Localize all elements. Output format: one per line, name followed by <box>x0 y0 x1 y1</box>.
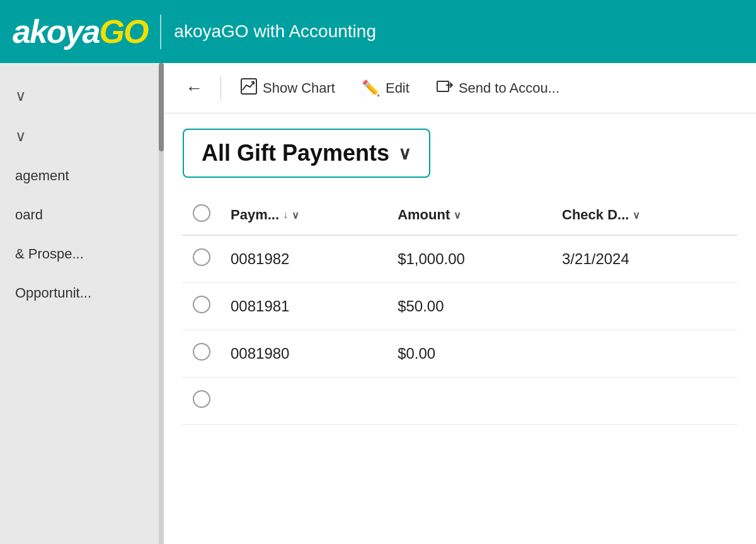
th-check-date-label: Check D... <box>562 207 629 223</box>
table-row: 0081980 $0.00 <box>183 330 737 378</box>
sidebar-item-prospects-label: & Prospe... <box>15 246 84 262</box>
edit-icon: ✏️ <box>362 79 381 97</box>
title-dropdown[interactable]: All Gift Payments ∨ <box>183 129 430 178</box>
row-4-checkbox-cell <box>183 378 220 425</box>
sidebar-scrollbar[interactable] <box>159 63 164 544</box>
toolbar-divider-1 <box>220 76 221 101</box>
row-3-check-date <box>552 330 737 378</box>
sidebar-item-board-label: oard <box>15 207 43 223</box>
sidebar-item-board[interactable]: oard <box>0 195 164 234</box>
table-row: 0081981 $50.00 <box>183 283 737 330</box>
row-4-amount <box>387 378 552 425</box>
check-date-filter-icon[interactable]: ∨ <box>633 209 640 221</box>
row-4-payment <box>220 378 387 425</box>
row-3-checkbox-cell <box>183 330 220 378</box>
logo-akoya: akoya <box>13 13 99 50</box>
main-layout: ∨ ∨ agement oard & Prospe... Opportunit.… <box>0 63 756 544</box>
th-payment-sort[interactable]: Paym... ↓ ∨ <box>231 207 377 223</box>
amount-filter-icon[interactable]: ∨ <box>454 209 461 221</box>
row-1-check-date: 3/21/2024 <box>552 235 737 283</box>
row-1-checkbox-cell <box>183 235 220 283</box>
th-checkbox <box>183 195 220 235</box>
payment-filter-icon[interactable]: ∨ <box>292 209 299 221</box>
th-payment: Paym... ↓ ∨ <box>220 195 387 235</box>
sort-down-icon: ↓ <box>283 209 288 221</box>
sidebar-scrollbar-thumb <box>159 63 164 151</box>
th-check-date-sort[interactable]: Check D... ∨ <box>562 207 727 223</box>
th-amount-label: Amount <box>398 207 450 223</box>
row-1-amount: $1,000.00 <box>387 235 552 283</box>
sidebar: ∨ ∨ agement oard & Prospe... Opportunit.… <box>0 63 164 544</box>
row-1-payment[interactable]: 0081982 <box>220 235 387 283</box>
table-row <box>183 378 737 425</box>
sidebar-items: ∨ ∨ agement oard & Prospe... Opportunit.… <box>0 63 164 544</box>
show-chart-label: Show Chart <box>263 80 335 96</box>
row-2-checkbox[interactable] <box>193 296 210 313</box>
chevron-icon-2: ∨ <box>15 127 26 145</box>
send-icon <box>436 78 454 99</box>
th-amount-sort[interactable]: Amount ∨ <box>398 207 542 223</box>
sidebar-item-2[interactable]: ∨ <box>0 116 164 156</box>
sidebar-item-opportunities-label: Opportunit... <box>15 285 91 301</box>
row-4-check-date <box>552 378 737 425</box>
payments-table: Paym... ↓ ∨ Amount ∨ <box>183 195 737 425</box>
show-chart-button[interactable]: Show Chart <box>230 71 345 105</box>
toolbar: ← Show Chart ✏️ Edit <box>164 63 756 113</box>
sidebar-item-1[interactable]: ∨ <box>0 76 164 116</box>
header-checkbox[interactable] <box>193 204 210 222</box>
table-row: 0081982 $1,000.00 3/21/2024 <box>183 235 737 283</box>
chevron-icon-1: ∨ <box>15 87 26 105</box>
row-1-checkbox[interactable] <box>193 248 210 266</box>
svg-rect-1 <box>437 81 449 91</box>
row-2-amount: $50.00 <box>387 283 552 330</box>
sidebar-item-management-label: agement <box>15 168 69 184</box>
edit-button[interactable]: ✏️ Edit <box>352 73 420 103</box>
th-amount: Amount ∨ <box>387 195 552 235</box>
edit-label: Edit <box>386 80 410 96</box>
app-header: akoya GO akoyaGO with Accounting <box>0 0 756 63</box>
app-title: akoyaGO with Accounting <box>174 21 376 42</box>
th-check-date: Check D... ∨ <box>552 195 737 235</box>
send-to-account-label: Send to Accou... <box>459 80 559 96</box>
main-content: ← Show Chart ✏️ Edit <box>164 63 756 544</box>
row-2-payment[interactable]: 0081981 <box>220 283 387 330</box>
sidebar-item-management[interactable]: agement <box>0 156 164 195</box>
title-dropdown-chevron-icon: ∨ <box>398 143 411 164</box>
logo: akoya GO <box>13 13 147 50</box>
back-button[interactable]: ← <box>176 73 212 103</box>
send-to-account-button[interactable]: Send to Accou... <box>426 71 570 105</box>
chart-icon <box>240 78 258 99</box>
sidebar-item-opportunities[interactable]: Opportunit... <box>0 274 164 313</box>
logo-go: GO <box>99 13 147 50</box>
title-dropdown-label: All Gift Payments <box>202 140 389 166</box>
row-3-checkbox[interactable] <box>193 343 210 361</box>
table-header-row: Paym... ↓ ∨ Amount ∨ <box>183 195 737 235</box>
row-3-payment[interactable]: 0081980 <box>220 330 387 378</box>
row-2-check-date <box>552 283 737 330</box>
content-body: All Gift Payments ∨ Paym... ↓ ∨ <box>164 113 756 544</box>
th-payment-label: Paym... <box>231 207 279 223</box>
row-3-amount: $0.00 <box>387 330 552 378</box>
sidebar-item-prospects[interactable]: & Prospe... <box>0 234 164 274</box>
row-2-checkbox-cell <box>183 283 220 330</box>
row-4-checkbox[interactable] <box>193 390 210 408</box>
logo-divider <box>160 14 161 49</box>
